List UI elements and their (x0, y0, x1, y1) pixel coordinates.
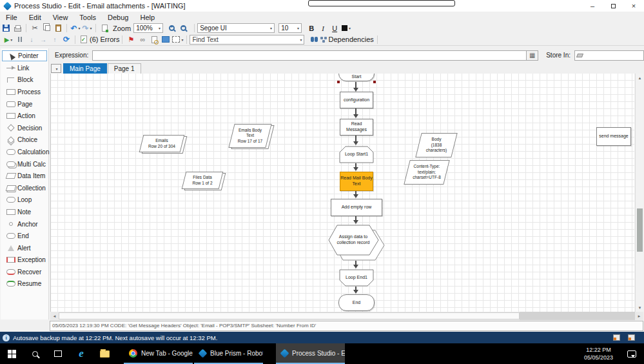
paste-button[interactable] (52, 23, 64, 34)
snapshot-button[interactable] (99, 23, 110, 34)
run-button[interactable]: ▶▾ (3, 34, 14, 45)
redo-button[interactable]: ↷▾ (81, 23, 93, 34)
menu-help[interactable]: Help (134, 14, 161, 21)
taskbar-app-process-studio[interactable]: Process Studio - E... (276, 343, 345, 364)
dependencies-button[interactable]: Dependencies (320, 34, 374, 45)
validate-button[interactable]: ✓ (78, 34, 90, 45)
save-button[interactable] (0, 23, 12, 34)
tool-process[interactable]: Process (1, 86, 48, 98)
undo-button[interactable]: ↶▾ (70, 23, 81, 34)
node-send-message[interactable]: send message (596, 127, 631, 146)
internet-explorer-button[interactable]: e (70, 343, 93, 364)
menu-view[interactable]: View (47, 14, 74, 21)
horizontal-scrollbar[interactable]: ◄ ► (50, 312, 643, 320)
errors-label[interactable]: (6) Errors (90, 35, 119, 43)
zoom-select[interactable]: 100%▾ (133, 23, 163, 33)
selection-handle[interactable] (337, 81, 340, 83)
step-in-button[interactable]: ↓ (26, 34, 37, 45)
tool-data-item[interactable]: Data Item (1, 170, 48, 182)
tray-icon[interactable] (628, 334, 635, 341)
tool-link[interactable]: Link (1, 62, 48, 74)
start-button[interactable] (0, 343, 23, 364)
expression-input[interactable] (92, 50, 527, 61)
cut-button[interactable]: ✂ (29, 23, 41, 34)
data-item-content-type[interactable]: Content-Type: text/plain; charset=UTF-8 (407, 160, 447, 185)
font-color-button[interactable]: ▾ (340, 23, 352, 34)
tab-list-dropdown[interactable]: ▾ (51, 64, 61, 73)
minimize-button[interactable]: – (582, 0, 603, 12)
pause-button[interactable] (14, 34, 26, 45)
tool-decision[interactable]: Decision (1, 122, 48, 134)
node-loop-end[interactable]: Loop End1 (339, 269, 374, 287)
scroll-right-button[interactable]: ► (635, 312, 643, 320)
taskbar-clock[interactable]: 12:22 PM 05/05/2023 (584, 343, 613, 364)
tool-pointer[interactable]: Pointer (2, 50, 47, 61)
taskbar-search-button[interactable] (23, 343, 46, 364)
node-loop-start[interactable]: Loop Start1 (339, 146, 374, 163)
tool-collection[interactable]: Collection (1, 182, 48, 194)
menu-edit[interactable]: Edit (23, 14, 47, 21)
tool-anchor[interactable]: Anchor (1, 218, 48, 230)
underline-button[interactable]: U (329, 23, 340, 34)
search-process-button[interactable] (148, 34, 160, 45)
taskbar-app-blueprism[interactable]: Blue Prism - Roboti... (194, 343, 263, 364)
calculator-button[interactable]: ▦ (527, 50, 538, 61)
tool-note[interactable]: Note (1, 206, 48, 218)
taskbar-app-chrome[interactable]: New Tab - Google ... (124, 343, 193, 364)
tool-multi-calc[interactable]: Multi Calc (1, 158, 48, 170)
file-explorer-button[interactable] (93, 343, 116, 364)
tool-exception[interactable]: Exception (1, 254, 48, 267)
tool-resume[interactable]: Resume (1, 278, 48, 290)
scroll-down-button[interactable]: ▼ (636, 303, 644, 312)
horizontal-scroll-thumb[interactable] (59, 312, 520, 319)
highlight-stage-button[interactable] (160, 34, 171, 45)
tab-main-page[interactable]: Main Page (63, 63, 107, 74)
close-button[interactable]: × (623, 0, 644, 12)
node-read-messages[interactable]: Read Messages (340, 119, 373, 136)
restore-button[interactable] (603, 0, 623, 12)
menu-file[interactable]: File (0, 14, 23, 21)
breakpoint-flag-button[interactable]: ⚑ (125, 34, 137, 45)
node-read-mail-body-text[interactable]: Read Mail Body Text (340, 172, 373, 191)
bold-button[interactable]: B (306, 23, 317, 34)
collection-files-data[interactable]: Files Data Row 1 of 2 (184, 172, 221, 189)
tool-recover[interactable]: Recover (1, 266, 48, 278)
step-out-button[interactable]: ↑ (49, 34, 61, 45)
node-add-empty-row[interactable]: Add empty row (331, 199, 382, 216)
tray-icon[interactable] (613, 334, 620, 341)
scroll-up-button[interactable]: ▲ (636, 74, 644, 82)
tool-end[interactable]: End (1, 230, 48, 242)
selection-handle[interactable] (373, 81, 376, 83)
data-item-body[interactable]: Body (1838 characters) (418, 133, 454, 157)
font-size-select[interactable]: 10▾ (278, 23, 302, 33)
tool-page[interactable]: Page (1, 98, 48, 110)
flowchart-canvas[interactable]: Start configuration Read Messages Loop S… (50, 74, 634, 312)
task-view-button[interactable] (46, 343, 70, 364)
vertical-scrollbar[interactable]: ▲ ▼ (635, 74, 643, 312)
collection-emails[interactable]: Emails Row 20 of 304 (141, 135, 182, 152)
menu-debug[interactable]: Debug (102, 14, 134, 21)
zoom-out-button[interactable]: − (177, 23, 189, 34)
tool-calculation[interactable]: Calculation (1, 146, 48, 158)
italic-button[interactable]: I (317, 23, 329, 34)
reset-button[interactable]: ⟳ (61, 34, 72, 45)
node-assign-data[interactable]: Assign data to collection record (328, 225, 385, 261)
zoom-region-button[interactable]: ▾ (171, 34, 184, 45)
tool-loop[interactable]: Loop (1, 194, 48, 207)
tool-choice[interactable]: Choice (1, 134, 48, 147)
tool-alert[interactable]: Alert (1, 242, 48, 254)
copy-button[interactable] (41, 23, 52, 34)
node-end[interactable]: End (338, 294, 375, 311)
tab-page-1[interactable]: Page 1 (108, 63, 141, 74)
menu-tools[interactable]: Tools (73, 14, 102, 21)
font-family-select[interactable]: Segoe UI▾ (197, 23, 275, 33)
find-text-input[interactable]: Find Text▾ (190, 35, 304, 45)
vertical-scroll-thumb[interactable] (637, 208, 643, 252)
store-in-input[interactable] (574, 50, 644, 61)
find-next-button[interactable] (308, 34, 320, 45)
step-over-button[interactable]: → (37, 34, 49, 45)
zoom-in-button[interactable]: + (166, 23, 177, 34)
tool-block[interactable]: Block (1, 74, 48, 86)
notification-center-button[interactable] (620, 343, 644, 364)
tool-action[interactable]: Action (1, 110, 48, 122)
